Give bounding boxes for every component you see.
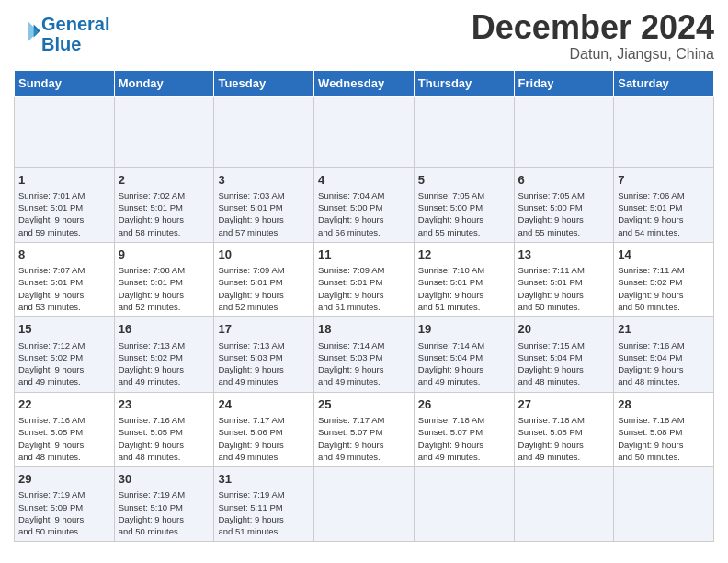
header-saturday: Saturday <box>614 70 714 96</box>
day-info-line: Sunset: 5:00 PM <box>318 202 382 213</box>
calendar-cell: 1Sunrise: 7:01 AMSunset: 5:01 PMDaylight… <box>15 167 115 242</box>
day-number: 8 <box>18 247 110 263</box>
day-info-line: Sunrise: 7:14 AM <box>418 340 484 350</box>
day-info-line: Sunrise: 7:02 AM <box>119 190 185 201</box>
day-info-line: Sunrise: 7:09 AM <box>318 265 384 275</box>
calendar-cell: 6Sunrise: 7:05 AMSunset: 5:00 PMDaylight… <box>514 167 614 242</box>
day-number: 1 <box>18 172 110 189</box>
day-info-line: Sunset: 5:01 PM <box>418 277 483 287</box>
day-info-line: Sunrise: 7:17 AM <box>218 415 284 425</box>
day-info-line: Daylight: 9 hours <box>418 290 483 300</box>
calendar-cell: 14Sunrise: 7:11 AMSunset: 5:02 PMDayligh… <box>614 242 714 316</box>
day-info-line: Sunset: 5:01 PM <box>518 277 583 287</box>
calendar-cell: 15Sunrise: 7:12 AMSunset: 5:02 PMDayligh… <box>15 317 115 392</box>
calendar-cell: 26Sunrise: 7:18 AMSunset: 5:07 PMDayligh… <box>414 392 514 466</box>
day-info-line: Sunset: 5:04 PM <box>618 352 682 362</box>
page-container: General Blue December 2024 Datun, Jiangs… <box>0 0 728 546</box>
calendar-cell: 10Sunrise: 7:09 AMSunset: 5:01 PMDayligh… <box>214 242 314 316</box>
day-info-line: and 52 minutes. <box>218 302 280 312</box>
day-info-line: Daylight: 9 hours <box>218 440 283 450</box>
day-info-line: Daylight: 9 hours <box>418 214 483 224</box>
day-info-line: and 49 minutes. <box>119 376 181 386</box>
calendar-cell: 3Sunrise: 7:03 AMSunset: 5:01 PMDaylight… <box>214 167 314 242</box>
day-info-line: and 49 minutes. <box>518 452 581 462</box>
day-info-line: Sunrise: 7:19 AM <box>18 489 85 500</box>
day-number: 9 <box>119 247 210 263</box>
calendar-cell: 24Sunrise: 7:17 AMSunset: 5:06 PMDayligh… <box>214 392 314 466</box>
day-info-line: Daylight: 9 hours <box>618 214 683 224</box>
day-info-line: and 48 minutes. <box>119 452 181 462</box>
calendar-cell: 29Sunrise: 7:19 AMSunset: 5:09 PMDayligh… <box>15 467 115 542</box>
day-number: 2 <box>119 172 210 189</box>
day-info-line: Daylight: 9 hours <box>18 440 84 450</box>
day-number: 25 <box>318 396 410 413</box>
day-info-line: Sunrise: 7:09 AM <box>218 265 284 275</box>
day-info-line: Sunset: 5:08 PM <box>518 427 583 437</box>
day-number: 18 <box>318 321 410 338</box>
day-info-line: and 54 minutes. <box>618 227 680 237</box>
day-info-line: Sunrise: 7:01 AM <box>18 190 85 201</box>
day-info-line: Sunrise: 7:15 AM <box>518 340 585 350</box>
calendar-title: December 2024 <box>472 9 714 46</box>
day-info-line: Sunset: 5:01 PM <box>218 277 282 287</box>
header-wednesday: Wednesday <box>314 70 415 96</box>
day-info-line: Sunrise: 7:11 AM <box>518 265 585 275</box>
calendar-cell: 20Sunrise: 7:15 AMSunset: 5:04 PMDayligh… <box>514 317 614 392</box>
day-info-line: Sunset: 5:01 PM <box>18 202 83 213</box>
day-info-line: Sunset: 5:01 PM <box>218 202 282 213</box>
day-info-line: Sunrise: 7:08 AM <box>119 265 185 275</box>
day-info-line: and 49 minutes. <box>318 452 381 462</box>
header-monday: Monday <box>114 70 214 96</box>
day-number: 16 <box>119 321 210 338</box>
day-number: 29 <box>18 471 110 488</box>
day-info-line: Sunrise: 7:13 AM <box>119 340 185 350</box>
day-info-line: Sunset: 5:06 PM <box>218 427 282 437</box>
day-number: 22 <box>18 396 110 413</box>
day-info-line: and 57 minutes. <box>218 227 280 237</box>
calendar-cell: 21Sunrise: 7:16 AMSunset: 5:04 PMDayligh… <box>614 317 714 392</box>
calendar-cell: 30Sunrise: 7:19 AMSunset: 5:10 PMDayligh… <box>114 467 214 542</box>
header-tuesday: Tuesday <box>214 70 314 96</box>
day-number: 7 <box>618 172 710 189</box>
calendar-cell: 25Sunrise: 7:17 AMSunset: 5:07 PMDayligh… <box>314 392 415 466</box>
day-info-line: Sunset: 5:08 PM <box>618 427 682 437</box>
day-info-line: Sunrise: 7:18 AM <box>418 415 484 425</box>
day-info-line: Sunset: 5:01 PM <box>318 277 382 287</box>
day-info-line: Sunrise: 7:03 AM <box>218 190 284 201</box>
day-info-line: Daylight: 9 hours <box>18 364 84 374</box>
day-info-line: Daylight: 9 hours <box>218 364 283 374</box>
day-info-line: Sunrise: 7:18 AM <box>618 415 684 425</box>
day-number: 19 <box>418 321 510 338</box>
header-sunday: Sunday <box>15 70 115 96</box>
calendar-cell: 31Sunrise: 7:19 AMSunset: 5:11 PMDayligh… <box>214 467 314 542</box>
day-info-line: Sunset: 5:01 PM <box>119 202 183 213</box>
calendar-cell <box>114 96 214 167</box>
calendar-table: Sunday Monday Tuesday Wednesday Thursday… <box>14 70 714 543</box>
day-info-line: Sunset: 5:01 PM <box>18 277 83 287</box>
day-info-line: Sunrise: 7:16 AM <box>18 415 85 425</box>
day-info-line: and 49 minutes. <box>218 376 280 386</box>
day-info-line: Daylight: 9 hours <box>318 214 383 224</box>
day-number: 11 <box>318 247 410 263</box>
calendar-cell: 8Sunrise: 7:07 AMSunset: 5:01 PMDaylight… <box>15 242 115 316</box>
day-number: 17 <box>218 321 310 338</box>
day-info-line: Sunset: 5:04 PM <box>518 352 583 362</box>
day-info-line: and 53 minutes. <box>18 302 81 312</box>
weekday-header-row: Sunday Monday Tuesday Wednesday Thursday… <box>15 70 714 96</box>
day-info-line: Daylight: 9 hours <box>119 364 184 374</box>
day-info-line: Daylight: 9 hours <box>618 290 683 300</box>
day-info-line: Daylight: 9 hours <box>418 364 483 374</box>
day-info-line: Daylight: 9 hours <box>618 440 683 450</box>
calendar-subtitle: Datun, Jiangsu, China <box>472 46 714 63</box>
day-number: 23 <box>119 396 210 413</box>
day-info-line: Daylight: 9 hours <box>119 290 184 300</box>
day-number: 31 <box>218 471 310 488</box>
day-info-line: and 49 minutes. <box>18 376 81 386</box>
calendar-cell: 28Sunrise: 7:18 AMSunset: 5:08 PMDayligh… <box>614 392 714 466</box>
calendar-cell <box>414 96 514 167</box>
day-number: 12 <box>418 247 510 263</box>
day-info-line: Sunset: 5:07 PM <box>318 427 382 437</box>
day-number: 14 <box>618 247 710 263</box>
day-info-line: Daylight: 9 hours <box>318 290 383 300</box>
calendar-cell: 5Sunrise: 7:05 AMSunset: 5:00 PMDaylight… <box>414 167 514 242</box>
